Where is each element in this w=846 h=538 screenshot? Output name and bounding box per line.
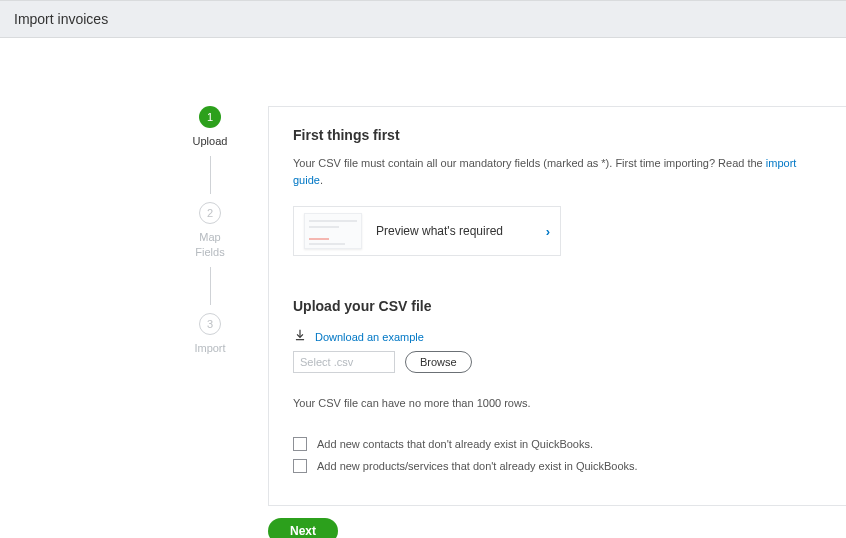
intro-title: First things first [293, 127, 822, 143]
options-group: Add new contacts that don't already exis… [293, 437, 822, 473]
preview-required-card[interactable]: Preview what's required › [293, 206, 561, 256]
step-connector [210, 156, 211, 194]
footer: Next [0, 518, 846, 538]
add-products-label[interactable]: Add new products/services that don't alr… [317, 460, 638, 472]
step-2-label: Map Fields [195, 230, 224, 259]
intro-text-before: Your CSV file must contain all our manda… [293, 157, 766, 169]
download-icon [293, 328, 307, 345]
step-3-circle: 3 [199, 313, 221, 335]
step-connector [210, 267, 211, 305]
intro-text-after: . [320, 174, 323, 186]
next-button[interactable]: Next [268, 518, 338, 538]
step-3-label: Import [194, 341, 225, 355]
wizard-stepper: 1 Upload 2 Map Fields 3 Import [170, 106, 250, 506]
preview-thumbnail [304, 213, 362, 249]
main-content: 1 Upload 2 Map Fields 3 Import First thi… [0, 106, 846, 506]
add-products-checkbox[interactable] [293, 459, 307, 473]
content-panel: First things first Your CSV file must co… [268, 106, 846, 506]
intro-text: Your CSV file must contain all our manda… [293, 155, 822, 188]
option-add-products-row: Add new products/services that don't alr… [293, 459, 822, 473]
option-add-contacts-row: Add new contacts that don't already exis… [293, 437, 822, 451]
row-limit-note: Your CSV file can have no more than 1000… [293, 397, 822, 409]
download-example-link[interactable]: Download an example [315, 331, 424, 343]
step-2-circle: 2 [199, 202, 221, 224]
step-1-circle[interactable]: 1 [199, 106, 221, 128]
page-header: Import invoices [0, 0, 846, 38]
page-title: Import invoices [14, 11, 832, 27]
add-contacts-checkbox[interactable] [293, 437, 307, 451]
file-select-row: Browse [293, 351, 822, 373]
upload-title: Upload your CSV file [293, 298, 822, 314]
preview-label: Preview what's required [376, 224, 546, 238]
add-contacts-label[interactable]: Add new contacts that don't already exis… [317, 438, 593, 450]
upload-section: Upload your CSV file Download an example… [293, 298, 822, 473]
browse-button[interactable]: Browse [405, 351, 472, 373]
download-example-row: Download an example [293, 328, 822, 345]
step-1-label: Upload [193, 134, 228, 148]
file-path-input[interactable] [293, 351, 395, 373]
chevron-right-icon: › [546, 224, 550, 239]
